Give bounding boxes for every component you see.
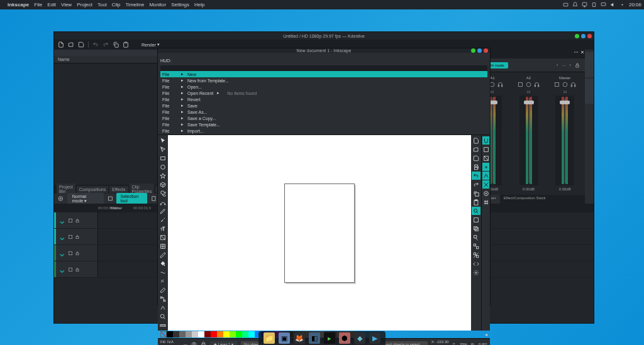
inkscape-titlebar[interactable]: New document 1 - Inkscape xyxy=(158,48,490,53)
chevron-up-icon[interactable] xyxy=(619,2,625,8)
mute-icon[interactable] xyxy=(68,251,73,256)
hud-item[interactable]: File▸Open... xyxy=(160,84,487,90)
color-swatch[interactable] xyxy=(236,331,242,337)
panel-close-icon[interactable] xyxy=(580,50,585,55)
hud-item[interactable]: File▸Revert xyxy=(160,96,487,102)
volume-icon[interactable] xyxy=(610,2,616,8)
visibility-icon[interactable] xyxy=(191,341,197,345)
redo-icon[interactable] xyxy=(103,41,109,48)
ungroup-icon[interactable] xyxy=(472,251,480,259)
snap-bbox-icon[interactable] xyxy=(482,145,489,153)
star-tool-icon[interactable] xyxy=(158,172,167,180)
zoom-field[interactable]: 33% xyxy=(460,342,467,346)
menu-timeline[interactable]: Timeline xyxy=(126,2,145,8)
tweak-tool-icon[interactable] xyxy=(158,268,167,277)
color-swatch[interactable] xyxy=(173,331,179,337)
xml-editor-icon[interactable] xyxy=(472,260,480,268)
clock[interactable]: 20:06 xyxy=(629,2,641,8)
side-tab-2[interactable] xyxy=(585,79,594,104)
clipboard-icon[interactable] xyxy=(591,2,597,8)
hud-item[interactable]: File▸Save a Copy... xyxy=(160,115,487,121)
ellipse-tool-icon[interactable] xyxy=(158,163,167,171)
text-tool-icon[interactable] xyxy=(158,224,167,233)
mute-icon[interactable] xyxy=(68,234,73,239)
menu-project[interactable]: Project xyxy=(77,2,92,8)
color-swatch[interactable] xyxy=(248,331,255,337)
zoom-fit-icon[interactable] xyxy=(472,207,480,215)
calligraphy-tool-icon[interactable] xyxy=(158,216,167,224)
menu-clip[interactable]: Clip xyxy=(112,2,121,8)
mute-icon[interactable] xyxy=(68,218,73,223)
hud-item[interactable]: File▸New xyxy=(160,71,487,77)
close-button[interactable] xyxy=(587,34,592,38)
mute-icon[interactable] xyxy=(518,82,523,87)
open-doc-icon[interactable] xyxy=(472,145,480,153)
snap-toggle-icon[interactable] xyxy=(482,136,489,145)
minimize-button[interactable] xyxy=(575,34,579,38)
more-tools-icon[interactable] xyxy=(151,195,157,202)
dock-files[interactable]: 📁 xyxy=(264,332,275,344)
color-swatch[interactable] xyxy=(179,331,186,337)
snap-node-icon[interactable] xyxy=(482,163,489,171)
selection-tool-button[interactable]: Selection tool xyxy=(116,193,147,204)
undo-icon[interactable] xyxy=(472,172,480,180)
color-swatch[interactable] xyxy=(198,331,204,337)
solo-icon[interactable] xyxy=(562,82,568,87)
dock-terminal[interactable]: ▸ xyxy=(324,332,335,344)
menu-help[interactable]: Help xyxy=(194,2,204,8)
hud-item[interactable]: File▸Save xyxy=(160,102,487,109)
mixer-fader[interactable] xyxy=(519,96,538,185)
menu-file[interactable]: File xyxy=(34,2,42,8)
tool-config-icon[interactable] xyxy=(108,195,113,202)
maximize-button[interactable] xyxy=(581,34,586,38)
lock-layer-icon[interactable] xyxy=(201,341,206,345)
mixer-fader[interactable] xyxy=(555,96,574,185)
pencil-tool-icon[interactable] xyxy=(158,207,167,215)
snap-center-icon[interactable] xyxy=(482,189,489,197)
open-icon[interactable] xyxy=(68,41,74,48)
paste-icon[interactable] xyxy=(472,198,480,206)
group-icon[interactable] xyxy=(472,242,480,250)
close-button[interactable] xyxy=(484,48,488,53)
hud-search-input[interactable] xyxy=(160,65,487,71)
color-swatch[interactable] xyxy=(223,331,230,337)
snap-grid-icon[interactable] xyxy=(482,198,489,206)
copy-icon[interactable] xyxy=(113,41,119,48)
dock-kdenlive[interactable]: ▶ xyxy=(369,332,380,344)
mesh-tool-icon[interactable] xyxy=(158,242,167,250)
headphones-icon[interactable] xyxy=(497,82,503,87)
dock-app-3[interactable]: ⬢ xyxy=(339,332,350,344)
timeline-mode[interactable]: Normal mode ▾ xyxy=(67,193,104,205)
zoom-page-icon[interactable] xyxy=(472,216,480,224)
bin-content[interactable] xyxy=(54,63,160,185)
render-button[interactable]: Render ▾ xyxy=(142,42,160,47)
dock-firefox[interactable]: 🦊 xyxy=(294,332,305,344)
print-icon[interactable] xyxy=(472,163,480,171)
menu-settings[interactable]: Settings xyxy=(171,2,189,8)
lock-icon[interactable] xyxy=(575,63,580,68)
paint-bucket-tool-icon[interactable] xyxy=(158,260,167,268)
color-swatch[interactable] xyxy=(204,331,211,337)
color-swatch[interactable] xyxy=(217,331,223,337)
new-file-icon[interactable] xyxy=(58,41,64,48)
color-swatch[interactable] xyxy=(242,331,248,337)
lock-track-icon[interactable] xyxy=(75,234,80,239)
keyboard-icon[interactable] xyxy=(563,2,569,8)
palette-menu-icon[interactable]: ◂ xyxy=(485,332,487,337)
color-swatch[interactable] xyxy=(186,331,192,337)
new-doc-icon[interactable] xyxy=(472,136,480,145)
menu-monitor[interactable]: Monitor xyxy=(149,2,166,8)
menu-tool[interactable]: Tool xyxy=(97,2,107,8)
selector-tool-icon[interactable] xyxy=(158,136,167,145)
copy-icon[interactable] xyxy=(472,189,480,197)
lock-track-icon[interactable] xyxy=(75,218,80,223)
save-icon[interactable] xyxy=(78,41,84,48)
undo-icon[interactable] xyxy=(92,41,99,48)
3dbox-tool-icon[interactable] xyxy=(158,180,167,189)
lock-track-icon[interactable] xyxy=(75,251,80,256)
color-swatch[interactable] xyxy=(192,331,198,337)
measure-tool-icon[interactable] xyxy=(158,321,167,329)
clone-icon[interactable] xyxy=(472,233,480,241)
snap-intersect-icon[interactable] xyxy=(482,180,489,189)
paste-icon[interactable] xyxy=(123,41,129,48)
